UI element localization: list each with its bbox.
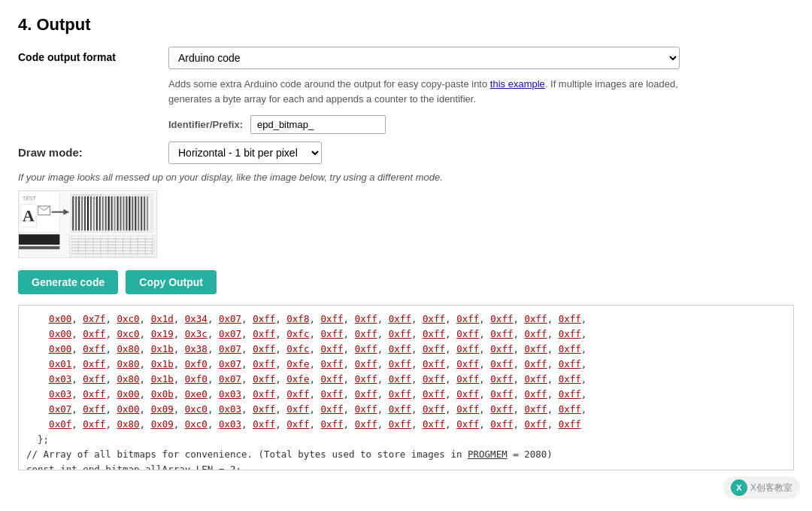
code-line: 0x00, 0x7f, 0xc0, 0x1d, 0x34, 0x07, 0xff…: [26, 312, 786, 327]
svg-point-72: [94, 194, 95, 195]
svg-rect-35: [144, 196, 145, 230]
svg-point-67: [79, 194, 80, 195]
svg-point-59: [79, 198, 80, 199]
svg-rect-21: [102, 196, 104, 230]
svg-point-60: [82, 198, 83, 199]
svg-point-66: [76, 194, 77, 195]
svg-point-63: [91, 198, 92, 199]
code-line: 0x03, 0xff, 0x00, 0x0b, 0xe0, 0x03, 0xff…: [26, 387, 786, 402]
svg-rect-13: [78, 196, 80, 230]
svg-point-73: [97, 194, 98, 195]
code-output-format-label: Code output format: [18, 47, 168, 63]
svg-rect-36: [147, 196, 148, 230]
svg-point-69: [85, 194, 86, 195]
svg-rect-16: [87, 196, 89, 230]
svg-rect-22: [105, 196, 107, 230]
svg-rect-38: [19, 246, 59, 249]
svg-point-62: [88, 198, 89, 199]
svg-rect-32: [135, 196, 136, 230]
draw-mode-note: If your image looks all messed up on you…: [18, 172, 794, 183]
svg-rect-24: [111, 196, 113, 230]
code-line: 0x01, 0xff, 0x80, 0x1b, 0xf0, 0x07, 0xff…: [26, 357, 786, 372]
svg-rect-23: [108, 196, 110, 230]
svg-rect-31: [132, 196, 133, 230]
code-line: const int epd_bitmap_allArray_LEN = 2;: [26, 462, 786, 470]
svg-point-71: [91, 194, 92, 195]
image-preview: TEST A: [18, 190, 157, 258]
svg-rect-20: [99, 196, 101, 230]
svg-rect-26: [117, 196, 119, 230]
generate-code-button[interactable]: Generate code: [18, 270, 118, 294]
svg-point-64: [94, 198, 95, 199]
svg-rect-17: [90, 196, 92, 230]
svg-point-65: [74, 194, 74, 195]
svg-rect-34: [141, 196, 142, 230]
watermark-text: X创客教室: [750, 482, 792, 486]
identifier-label: Identifier/Prefix:: [168, 119, 243, 130]
code-lines: 0x00, 0x7f, 0xc0, 0x1d, 0x34, 0x07, 0xff…: [26, 312, 786, 470]
code-line: 0x0f, 0xff, 0x80, 0x09, 0xc0, 0x03, 0xff…: [26, 417, 786, 432]
draw-mode-row: Draw mode: Horizontal - 1 bit per pixel …: [18, 141, 794, 164]
code-output-area[interactable]: 0x00, 0x7f, 0xc0, 0x1d, 0x34, 0x07, 0xff…: [18, 305, 794, 470]
svg-rect-33: [138, 196, 139, 230]
svg-point-58: [76, 198, 77, 199]
preview-svg: TEST A: [19, 191, 156, 258]
svg-point-57: [73, 198, 74, 199]
format-description: Adds some extra Arduino code around the …: [168, 77, 680, 106]
code-line: // Array of all bitmaps for convenience.…: [26, 447, 786, 462]
code-line: 0x00, 0xff, 0x80, 0x1b, 0x38, 0x07, 0xff…: [26, 342, 786, 357]
button-row: Generate code Copy Output: [18, 270, 794, 294]
code-output-format-controls: Arduino code Plain bytes Arduino code (P…: [168, 47, 680, 134]
svg-rect-18: [93, 196, 95, 230]
svg-point-68: [82, 194, 83, 195]
page-title: 4. Output: [18, 15, 794, 35]
svg-rect-12: [75, 196, 77, 230]
draw-mode-controls: Horizontal - 1 bit per pixel Vertical - …: [168, 141, 322, 164]
svg-rect-14: [81, 196, 83, 230]
svg-text:TEST: TEST: [23, 196, 36, 201]
svg-rect-37: [19, 234, 59, 245]
svg-rect-19: [96, 196, 98, 230]
svg-rect-15: [84, 196, 86, 230]
code-line: };: [26, 432, 786, 447]
svg-rect-28: [123, 196, 124, 230]
svg-rect-25: [114, 196, 116, 230]
svg-rect-30: [129, 196, 130, 230]
svg-text:A: A: [23, 207, 35, 225]
code-line: 0x07, 0xff, 0x00, 0x09, 0xc0, 0x03, 0xff…: [26, 402, 786, 417]
identifier-row: Identifier/Prefix:: [168, 115, 680, 134]
description-before-link: Adds some extra Arduino code around the …: [168, 78, 490, 90]
draw-mode-label: Draw mode:: [18, 141, 168, 159]
code-output-format-select[interactable]: Arduino code Plain bytes Arduino code (P…: [168, 47, 680, 69]
svg-point-61: [85, 198, 86, 199]
svg-rect-11: [72, 196, 74, 230]
svg-rect-27: [120, 196, 122, 230]
code-line: 0x00, 0xff, 0xc0, 0x19, 0x3c, 0x07, 0xff…: [26, 327, 786, 342]
code-output-format-row: Code output format Arduino code Plain by…: [18, 47, 794, 134]
watermark-icon: X: [731, 479, 747, 485]
svg-rect-29: [126, 196, 127, 230]
this-example-link[interactable]: this example: [490, 78, 545, 90]
copy-output-button[interactable]: Copy Output: [126, 270, 217, 294]
watermark: X X创客教室: [723, 476, 800, 485]
svg-point-74: [100, 194, 101, 195]
code-line: 0x03, 0xff, 0x80, 0x1b, 0xf0, 0x07, 0xff…: [26, 372, 786, 387]
draw-mode-select[interactable]: Horizontal - 1 bit per pixel Vertical - …: [168, 141, 322, 164]
identifier-input[interactable]: [250, 115, 386, 134]
svg-point-70: [88, 194, 89, 195]
